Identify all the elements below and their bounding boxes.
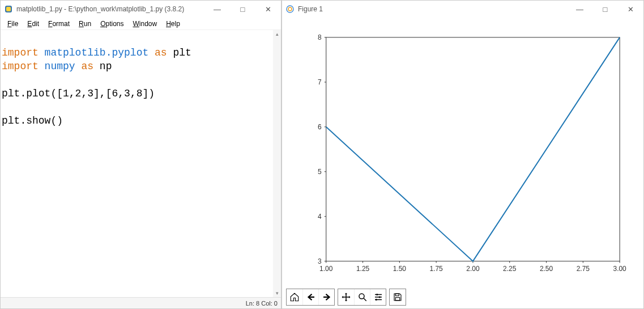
- svg-point-2: [287, 6, 293, 12]
- figure-toolbar: [286, 289, 406, 306]
- svg-rect-45: [395, 298, 400, 300]
- menu-window[interactable]: Window: [129, 19, 162, 29]
- svg-point-39: [376, 294, 378, 295]
- cursor-position: Ln: 8 Col: 0: [246, 300, 278, 307]
- scroll-down-icon[interactable]: ▾: [273, 289, 281, 297]
- home-button[interactable]: [287, 289, 302, 305]
- figure-titlebar[interactable]: Figure 1 — □ ✕: [282, 1, 643, 18]
- forward-button[interactable]: [318, 289, 334, 305]
- svg-rect-44: [395, 294, 399, 296]
- sliders-icon: [373, 292, 383, 302]
- idle-titlebar[interactable]: matplotlib_1.py - E:\python_work\matplot…: [1, 1, 281, 18]
- back-button[interactable]: [302, 289, 318, 305]
- editor-scrollbar[interactable]: ▴ ▾: [273, 30, 281, 297]
- close-button[interactable]: ✕: [618, 1, 643, 18]
- plot-canvas[interactable]: 3 4 5 6 7 8 1.00 1.25 1.50 1.75 2.00 2.2…: [282, 20, 643, 291]
- minimize-button[interactable]: —: [204, 1, 230, 18]
- idle-menubar: File Edit Format Run Options Window Help: [1, 18, 281, 30]
- python-icon: [4, 5, 13, 14]
- svg-text:5: 5: [318, 168, 322, 176]
- move-icon: [341, 292, 351, 302]
- svg-line-37: [364, 298, 366, 301]
- maximize-button[interactable]: □: [230, 1, 255, 18]
- svg-text:4: 4: [318, 213, 322, 221]
- svg-text:1.50: 1.50: [393, 265, 407, 273]
- idle-window-controls: — □ ✕: [204, 1, 281, 18]
- matplotlib-icon: [285, 5, 295, 14]
- save-icon: [393, 292, 403, 302]
- y-axis-ticks: 3 4 5 6 7 8: [318, 33, 326, 265]
- figure-window-controls: — □ ✕: [567, 1, 643, 18]
- idle-window-title: matplotlib_1.py - E:\python_work\matplot…: [16, 5, 184, 13]
- svg-text:6: 6: [318, 123, 322, 131]
- idle-editor-window: matplotlib_1.py - E:\python_work\matplot…: [0, 0, 282, 309]
- svg-point-41: [378, 297, 380, 298]
- menu-file[interactable]: File: [3, 19, 23, 29]
- figure-window-title: Figure 1: [298, 5, 323, 13]
- arrow-left-icon: [306, 292, 316, 302]
- svg-text:8: 8: [318, 33, 322, 41]
- menu-options[interactable]: Options: [96, 19, 128, 29]
- configure-button[interactable]: [370, 289, 386, 305]
- idle-statusbar: Ln: 8 Col: 0: [1, 297, 281, 308]
- matplotlib-figure-window: Figure 1 — □ ✕ 3 4 5 6 7 8 1.00 1.25 1.5: [282, 0, 644, 309]
- menu-help[interactable]: Help: [161, 19, 185, 29]
- menu-format[interactable]: Format: [44, 19, 74, 29]
- save-button[interactable]: [390, 289, 406, 305]
- code-text[interactable]: import matplotlib.pyplot as plt import n…: [2, 46, 273, 297]
- svg-text:1.00: 1.00: [319, 265, 333, 273]
- svg-point-36: [359, 294, 364, 299]
- figure-body: 3 4 5 6 7 8 1.00 1.25 1.50 1.75 2.00 2.2…: [282, 18, 643, 308]
- svg-text:7: 7: [318, 78, 322, 86]
- scroll-up-icon[interactable]: ▴: [273, 30, 281, 38]
- svg-text:3: 3: [318, 257, 322, 265]
- svg-text:1.75: 1.75: [430, 265, 443, 273]
- home-icon: [289, 292, 300, 302]
- minimize-button[interactable]: —: [567, 1, 592, 18]
- svg-text:2.00: 2.00: [466, 265, 480, 273]
- svg-text:1.25: 1.25: [356, 265, 370, 273]
- svg-rect-1: [6, 7, 11, 11]
- pan-button[interactable]: [338, 289, 354, 305]
- zoom-icon: [357, 292, 368, 302]
- maximize-button[interactable]: □: [592, 1, 618, 18]
- svg-point-3: [288, 7, 292, 11]
- editor-area[interactable]: import matplotlib.pyplot as plt import n…: [1, 30, 281, 297]
- svg-point-43: [375, 299, 377, 300]
- svg-text:2.25: 2.25: [503, 265, 517, 273]
- menu-edit[interactable]: Edit: [23, 19, 44, 29]
- close-button[interactable]: ✕: [255, 1, 281, 18]
- axes-frame: [326, 37, 620, 261]
- x-axis-ticks: 1.00 1.25 1.50 1.75 2.00 2.25 2.50 2.75 …: [319, 261, 626, 273]
- svg-text:2.75: 2.75: [577, 265, 590, 273]
- menu-run[interactable]: Run: [74, 19, 96, 29]
- svg-text:3.00: 3.00: [613, 265, 626, 273]
- arrow-right-icon: [322, 292, 332, 302]
- svg-text:2.50: 2.50: [540, 265, 553, 273]
- zoom-button[interactable]: [354, 289, 370, 305]
